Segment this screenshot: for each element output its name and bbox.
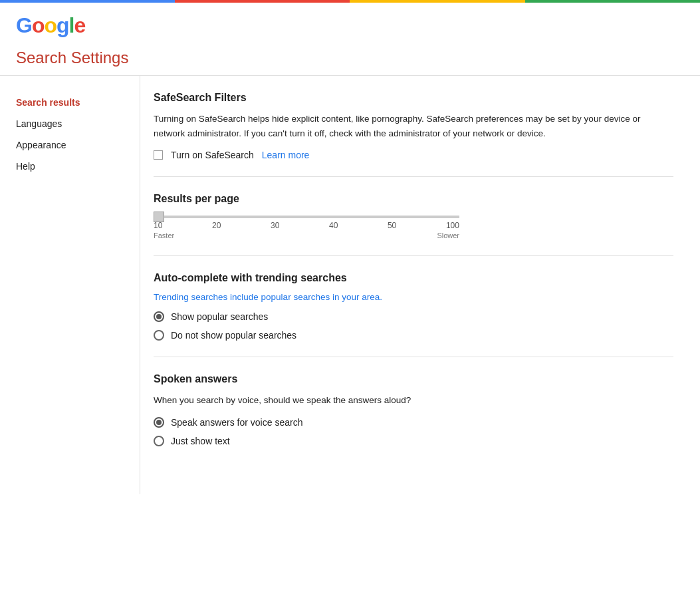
spoken-answers-radio-speak[interactable] bbox=[154, 417, 164, 428]
spoken-answers-option-speak-label: Speak answers for voice search bbox=[171, 417, 302, 428]
learn-more-link[interactable]: Learn more bbox=[262, 150, 310, 160]
slider-labels: 10 20 30 40 50 100 bbox=[154, 221, 459, 230]
content-area: SafeSearch Filters Turning on SafeSearch… bbox=[140, 76, 700, 494]
slider-thumb[interactable] bbox=[154, 212, 164, 222]
sidebar-item-help[interactable]: Help bbox=[16, 156, 124, 177]
slider-bottom-labels: Faster Slower bbox=[154, 231, 459, 239]
spoken-answers-radio-text[interactable] bbox=[154, 436, 164, 446]
logo-e: e bbox=[74, 13, 85, 37]
safesearch-description: Turning on SafeSearch helps hide explici… bbox=[154, 112, 673, 140]
spoken-answers-section: Spoken answers When you search by voice,… bbox=[154, 373, 673, 462]
safesearch-section: SafeSearch Filters Turning on SafeSearch… bbox=[154, 92, 673, 177]
safesearch-label: Turn on SafeSearch bbox=[171, 150, 254, 160]
autocomplete-radio-group: Show popular searches Do not show popula… bbox=[154, 311, 673, 341]
autocomplete-option-hide[interactable]: Do not show popular searches bbox=[154, 330, 673, 341]
autocomplete-radio-hide[interactable] bbox=[154, 330, 164, 341]
slider-faster-label: Faster bbox=[154, 231, 174, 239]
page-title: Search Settings bbox=[16, 49, 684, 67]
main-layout: Search results Languages Appearance Help… bbox=[0, 76, 700, 494]
results-per-page-title: Results per page bbox=[154, 193, 673, 205]
sidebar-item-search-results[interactable]: Search results bbox=[16, 92, 124, 113]
sidebar-item-appearance[interactable]: Appearance bbox=[16, 134, 124, 156]
slider-label-50: 50 bbox=[388, 221, 396, 230]
header: Google Search Settings bbox=[0, 3, 700, 67]
spoken-answers-option-speak[interactable]: Speak answers for voice search bbox=[154, 417, 673, 428]
spoken-answers-option-text[interactable]: Just show text bbox=[154, 436, 673, 446]
slider-label-20: 20 bbox=[212, 221, 221, 230]
google-logo: Google bbox=[16, 13, 85, 38]
spoken-answers-option-text-label: Just show text bbox=[171, 436, 230, 446]
spoken-answers-description: When you search by voice, should we spea… bbox=[154, 393, 673, 408]
spoken-answers-radio-group: Speak answers for voice search Just show… bbox=[154, 417, 673, 446]
slider-label-30: 30 bbox=[271, 221, 279, 230]
safesearch-checkbox[interactable] bbox=[154, 150, 163, 160]
slider-label-40: 40 bbox=[329, 221, 338, 230]
autocomplete-title: Auto-complete with trending searches bbox=[154, 272, 673, 284]
slider-label-10: 10 bbox=[154, 221, 162, 230]
logo-o2: o bbox=[44, 13, 57, 37]
autocomplete-radio-show[interactable] bbox=[154, 311, 164, 322]
slider-container: 10 20 30 40 50 100 Faster Slower bbox=[154, 216, 673, 239]
safesearch-row: Turn on SafeSearch Learn more bbox=[154, 150, 673, 160]
logo-o1: o bbox=[32, 13, 45, 37]
spoken-answers-title: Spoken answers bbox=[154, 373, 673, 385]
autocomplete-section: Auto-complete with trending searches Tre… bbox=[154, 272, 673, 357]
safesearch-title: SafeSearch Filters bbox=[154, 92, 673, 104]
logo-g: G bbox=[16, 13, 32, 37]
autocomplete-option-show[interactable]: Show popular searches bbox=[154, 311, 673, 322]
autocomplete-option-hide-label: Do not show popular searches bbox=[171, 330, 296, 341]
logo-g2: g bbox=[57, 13, 69, 37]
slider-label-100: 100 bbox=[446, 221, 459, 230]
autocomplete-description: Trending searches include popular search… bbox=[154, 292, 673, 302]
autocomplete-option-show-label: Show popular searches bbox=[171, 311, 268, 322]
slider-track[interactable] bbox=[154, 216, 459, 218]
sidebar: Search results Languages Appearance Help bbox=[0, 76, 140, 494]
results-per-page-section: Results per page 10 20 30 40 50 100 Fast… bbox=[154, 193, 673, 256]
sidebar-item-languages[interactable]: Languages bbox=[16, 113, 124, 134]
slider-slower-label: Slower bbox=[437, 231, 459, 239]
